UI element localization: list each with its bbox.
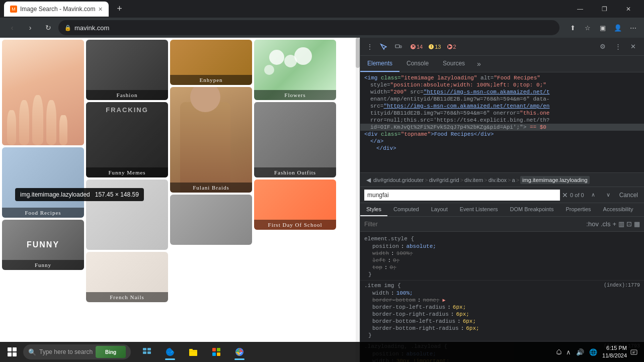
style-property[interactable]: border-top-right-radius : 6px; [364,311,640,318]
breadcrumb-item-img[interactable]: img.itemimage.lazyloading [520,176,590,184]
devtools-close-button[interactable]: ✕ [626,40,640,54]
edge-taskbar-icon[interactable] [159,343,181,361]
subtab-event-listeners[interactable]: Event Listeners [454,203,504,216]
search-clear-button[interactable]: ✕ [562,191,568,199]
favorites-button[interactable]: ☆ [581,21,595,35]
list-item[interactable]: Flowers [254,40,336,100]
styles-filter-input[interactable] [364,221,584,228]
list-item[interactable]: French Nails [86,252,168,302]
refresh-button[interactable]: ↻ [40,20,56,36]
file-explorer-taskbar-icon[interactable] [182,343,204,361]
search-cancel-button[interactable]: Cancel [617,192,640,199]
style-property[interactable]: top : 0; [364,264,640,271]
subtab-layout[interactable]: Layout [425,203,454,216]
style-property[interactable]: width : 100%; [364,290,640,297]
search-prev-button[interactable]: ∧ [586,188,600,202]
profile-button[interactable]: 👤 [611,21,625,35]
notifications-icon[interactable] [555,348,563,356]
devtools-settings-button[interactable]: ⚙ [596,40,610,54]
tab-sources[interactable]: Sources [436,56,472,72]
tab-more[interactable]: » [472,56,486,72]
style-property[interactable]: border-top-left-radius : 6px; [364,304,640,311]
breadcrumb-left-arrow[interactable]: ◀ [364,173,372,187]
list-item[interactable]: Food Recipes [2,147,84,218]
breadcrumb-item-a[interactable]: a [512,177,515,183]
devtools-search-input[interactable] [364,190,560,201]
dom-line: </a> [360,138,644,145]
forward-button[interactable]: › [22,20,38,36]
new-tab-button[interactable]: + [113,2,127,16]
subtab-properties[interactable]: Properties [559,203,597,216]
svg-rect-0 [395,45,399,48]
style-property[interactable]: border-bottom-right-radius : 6px; [364,325,640,332]
store-taskbar-icon[interactable] [205,343,227,361]
search-next-button[interactable]: ∨ [601,188,615,202]
list-item[interactable]: Fashion Outfits [254,102,336,177]
warning-badge[interactable]: ! 13 [427,43,443,51]
style-property[interactable]: border-bottom : none; ▶ [364,297,640,304]
image-scroll-thumb[interactable] [356,38,360,68]
close-button[interactable]: ✕ [617,2,640,17]
taskbar-search-icon: 🔍 [28,348,36,356]
speaker-icon[interactable]: 🔊 [574,348,586,356]
maximize-button[interactable]: ❐ [593,2,616,17]
taskbar: 🔍 Type here to search Bing [0,342,644,362]
network-icon[interactable]: 🌐 [587,348,599,356]
browser-frame: M Image Search - Mavink.com × + — ❐ ✕ ‹ … [0,0,644,362]
list-item[interactable]: Fulani Braids [170,87,252,193]
device-emulation-button[interactable] [391,40,406,54]
element-picker-button[interactable] [376,40,390,54]
breadcrumb-item-grid[interactable]: div#grid.grid [429,177,459,183]
tab-console[interactable]: Console [399,56,436,72]
style-layout-button[interactable]: ⊡ [626,220,632,228]
list-item[interactable]: Enhypen [170,40,252,85]
subtab-computed[interactable]: Computed [387,203,425,216]
style-property[interactable]: border-bottom-left-radius : 6px; [364,318,640,325]
list-item[interactable]: FRACKING Funny Memes [86,102,168,177]
list-item[interactable] [2,40,84,145]
settings-button[interactable]: ⋯ [626,21,640,35]
browser-tab[interactable]: M Image Search - Mavink.com × [4,2,109,17]
list-item[interactable]: FUNNY Funny [2,220,84,270]
task-view-button[interactable] [136,343,158,361]
hover-filter-button[interactable]: :hov [586,220,599,228]
breadcrumb-item-ibox[interactable]: div.ibox [489,177,507,183]
subtab-accessibility[interactable]: Accessibility [597,203,639,216]
subtab-styles[interactable]: Styles [360,203,387,216]
chrome-taskbar-icon[interactable] [228,343,251,361]
share-button[interactable]: ⬆ [566,21,580,35]
tab-elements[interactable]: Elements [360,56,399,72]
back-button[interactable]: ‹ [4,20,20,36]
breadcrumb-item-item[interactable]: div.item [464,177,483,183]
style-extra-button[interactable]: ▦ [634,220,640,228]
address-bar[interactable]: 🔒 mavink.com [58,20,559,35]
add-style-button[interactable]: + [612,220,616,228]
split-view-button[interactable]: ▣ [596,21,610,35]
list-item[interactable] [170,195,252,245]
style-property[interactable]: width : 100%; [364,250,640,257]
class-filter-button[interactable]: .cls [601,220,611,228]
taskbar-search-box[interactable]: 🔍 Type here to search Bing [23,344,131,359]
image-grid-container: img.itemimage.lazyloaded 157.45 × 148.59 [0,38,360,362]
subtab-dom-breakpoints[interactable]: DOM Breakpoints [504,203,560,216]
style-close-brace: } [364,332,640,339]
breadcrumb-item-gridout[interactable]: div#gridout.gridouter [373,177,424,183]
list-item[interactable] [86,179,168,250]
list-item[interactable]: Fashion [86,40,168,100]
list-item[interactable]: First Day Of School [254,179,336,230]
action-center-icon[interactable] [630,348,638,356]
start-button[interactable] [2,343,22,361]
style-property[interactable]: position : absolute; [364,243,640,250]
error-badge[interactable]: ✕ 14 [409,43,425,51]
style-property[interactable]: left : 0; [364,257,640,264]
chevron-up-icon[interactable]: ∧ [564,348,573,356]
devtools-more-button[interactable]: ⋮ [611,40,625,54]
minimize-button[interactable]: — [569,2,592,17]
image-scroll-track[interactable] [356,38,360,362]
tab-close-button[interactable]: × [98,5,102,13]
warning-count: 13 [435,44,441,50]
computed-sidebar-button[interactable]: ▥ [618,220,624,228]
system-clock[interactable]: 6:15 PM 11/8/2024 [600,344,629,360]
svg-rect-3 [147,348,151,350]
video-badge[interactable]: ▶ 2 [445,43,458,51]
